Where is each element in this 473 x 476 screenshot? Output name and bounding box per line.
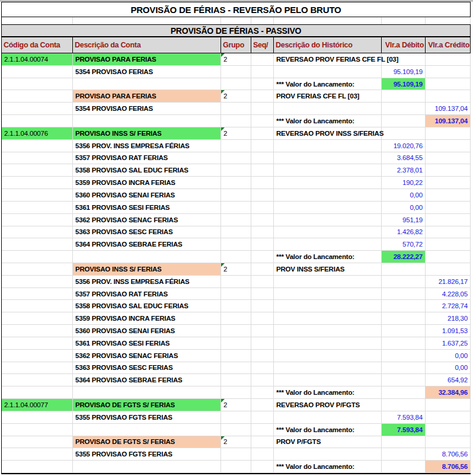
cell-code[interactable] [2,288,73,301]
cell-hist[interactable] [274,350,382,362]
cell-grupo[interactable] [221,251,251,263]
cell-desc[interactable]: 5361 PROVISAO SESI FERIAS [73,337,221,350]
cell-grupo[interactable]: 2 [221,127,251,140]
cell-debito[interactable]: 95.109,19 [382,78,426,91]
cell-credito[interactable] [426,152,471,165]
cell-desc[interactable]: PROVISAO INSS S/ FERIAS [73,263,221,276]
cell-credito[interactable]: 21.826,17 [426,276,471,288]
cell-grupo[interactable] [221,152,251,165]
column-header-seq[interactable]: Seq/ [251,37,274,53]
cell-code[interactable] [2,461,73,473]
column-header-descricao[interactable]: Descrição da Conta [73,37,221,53]
cell-grupo[interactable] [221,177,251,189]
cell-desc[interactable]: 5362 PROVISAO SENAC FERIAS [73,214,221,226]
cell-desc[interactable]: 5359 PROVISAO INCRA FERIAS [73,312,221,325]
cell-hist[interactable]: *** Valor do Lancamento: [274,115,382,127]
cell-hist[interactable] [274,214,382,226]
cell-debito[interactable] [382,127,426,140]
cell-credito[interactable]: 8.706,56 [426,448,471,461]
cell-grupo[interactable] [221,115,251,127]
cell-code[interactable] [2,424,73,436]
cell-debito[interactable]: 1.426,82 [382,226,426,239]
spacer-cell[interactable] [382,17,426,24]
cell-credito[interactable]: 0,00 [426,350,471,362]
spacer-cell[interactable] [274,17,382,24]
cell-code[interactable] [2,300,73,312]
cell-credito[interactable]: 218,30 [426,312,471,325]
cell-code[interactable]: 2.1.1.04.00074 [2,53,73,66]
cell-debito[interactable]: 3.684,55 [382,152,426,165]
cell-credito[interactable] [426,424,471,436]
cell-debito[interactable] [382,362,426,375]
cell-code[interactable] [2,325,73,337]
cell-desc[interactable]: 5355 PROVISAO FGTS FERIAS [73,411,221,424]
cell-code[interactable] [2,436,73,449]
spacer-cell[interactable] [251,17,274,24]
cell-credito[interactable] [426,127,471,140]
cell-credito[interactable] [426,263,471,276]
cell-debito[interactable] [382,337,426,350]
cell-debito[interactable]: 2.378,01 [382,164,426,177]
cell-code[interactable] [2,140,73,152]
cell-desc[interactable]: PROVISAO PARA FERIAS [73,53,221,66]
cell-desc[interactable]: 5362 PROVISAO SENAC FERIAS [73,350,221,362]
cell-grupo[interactable] [221,288,251,301]
cell-credito[interactable]: 654,92 [426,374,471,386]
cell-debito[interactable] [382,312,426,325]
cell-seq[interactable] [251,214,274,226]
cell-code[interactable] [2,189,73,202]
cell-code[interactable] [2,411,73,424]
cell-hist[interactable] [274,337,382,350]
cell-code[interactable] [2,251,73,263]
cell-code[interactable] [2,362,73,375]
cell-desc[interactable]: 5356 PROV. INSS EMPRESA FÉRIAS [73,276,221,288]
cell-desc[interactable] [73,251,221,263]
cell-debito[interactable] [382,103,426,115]
cell-desc[interactable]: PROVISAO PARA FERIAS [73,90,221,103]
cell-desc[interactable]: 5354 PROVISAO FERIAS [73,66,221,78]
cell-credito[interactable]: 32.384,96 [426,386,471,399]
cell-grupo[interactable] [221,448,251,461]
cell-seq[interactable] [251,140,274,152]
cell-grupo[interactable] [221,461,251,473]
cell-credito[interactable] [426,90,471,103]
cell-desc[interactable]: 5363 PROVISAO SESC FERIAS [73,362,221,375]
cell-credito[interactable] [426,411,471,424]
cell-code[interactable] [2,177,73,189]
cell-desc[interactable] [73,78,221,91]
cell-debito[interactable] [382,436,426,449]
spacer-cell[interactable] [426,17,471,24]
cell-grupo[interactable] [221,337,251,350]
cell-desc[interactable]: 5360 PROVISAO SENAI FERIAS [73,325,221,337]
cell-desc[interactable]: 5356 PROV. INSS EMPRESA FÉRIAS [73,140,221,152]
cell-debito[interactable] [382,90,426,103]
cell-grupo[interactable] [221,362,251,375]
cell-seq[interactable] [251,127,274,140]
cell-grupo[interactable] [221,374,251,386]
cell-code[interactable] [2,276,73,288]
cell-debito[interactable] [382,374,426,386]
cell-credito[interactable] [426,238,471,251]
column-header-debito[interactable]: Vlr.a Débito [382,37,426,53]
cell-desc[interactable]: 5357 PROVISAO RAT FERIAS [73,152,221,165]
cell-credito[interactable] [426,436,471,449]
column-header-grupo[interactable]: Grupo [221,37,251,53]
cell-credito[interactable] [426,140,471,152]
cell-seq[interactable] [251,66,274,78]
cell-grupo[interactable]: 2 [221,436,251,449]
cell-grupo[interactable] [221,350,251,362]
cell-hist[interactable]: PROV INSS S/FERIAS [274,263,382,276]
cell-seq[interactable] [251,238,274,251]
cell-hist[interactable]: *** Valor do Lancamento: [274,424,382,436]
cell-desc[interactable]: 5361 PROVISAO SESI FERIAS [73,202,221,214]
cell-hist[interactable] [274,177,382,189]
cell-grupo[interactable] [221,300,251,312]
cell-debito[interactable] [382,448,426,461]
cell-desc[interactable]: 5360 PROVISAO SENAI FERIAS [73,189,221,202]
cell-seq[interactable] [251,362,274,375]
cell-hist[interactable]: PROV FERIAS CFE FL [03] [274,90,382,103]
cell-credito[interactable] [426,164,471,177]
cell-desc[interactable]: 5358 PROVISAO SAL EDUC FERIAS [73,300,221,312]
cell-debito[interactable]: 951,19 [382,214,426,226]
cell-code[interactable] [2,202,73,214]
